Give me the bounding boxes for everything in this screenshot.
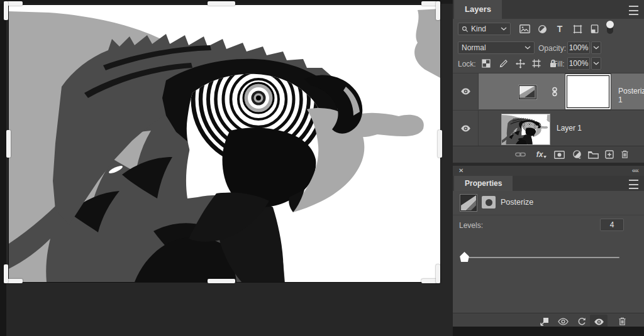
adjustment-layer-thumbnail[interactable] [519,85,536,99]
layer-mask-link-icon[interactable] [551,87,558,97]
view-previous-state-button[interactable] [556,316,570,327]
plus-square-icon [605,150,614,159]
layer-mask-thumbnail[interactable] [567,75,609,108]
folder-icon [588,151,599,159]
properties-body: Posterize Levels: 4 [453,191,644,327]
filter-shape-layers-button[interactable] [570,23,585,35]
new-adjustment-layer-button[interactable] [570,149,584,160]
chevron-down-icon [593,46,599,50]
transform-handle-top-middle[interactable] [208,1,235,6]
filter-type-layers-button[interactable]: T [552,23,567,35]
filter-adjustment-layers-button[interactable] [535,23,550,35]
checkerboard-icon [482,59,491,68]
layers-footer-bar: fx [453,146,644,163]
add-layer-mask-button[interactable] [552,149,566,160]
clip-to-layer-button[interactable] [537,316,551,327]
filter-pixel-layers-button[interactable] [517,23,532,35]
paintbrush-icon [499,59,508,68]
layer-name[interactable]: Layer 1 [557,124,582,133]
chevron-down-icon [593,62,599,65]
layer-row-layer-1[interactable]: Layer 1 [453,111,644,148]
transform-handle-left-middle[interactable] [6,130,11,158]
opacity-dropdown-button[interactable] [591,41,601,54]
mask-properties-icon[interactable] [482,196,496,209]
transform-handle-top-left-v[interactable] [4,1,8,20]
opacity-value-field[interactable]: 100% [567,41,590,54]
eye-icon [460,88,471,95]
divider [453,215,644,215]
reset-arrow-icon [577,317,586,326]
link-layers-button[interactable] [513,149,527,160]
levels-label: Levels: [459,221,483,230]
document-canvas[interactable] [9,5,440,282]
mask-icon [554,151,565,159]
transform-handle-bottom-left-v[interactable] [4,264,8,283]
delete-layer-button[interactable] [618,148,631,160]
trash-icon [618,317,627,326]
lock-label: Lock: [458,60,476,68]
window-background [453,327,644,336]
image-layer-thumbnail[interactable] [501,114,550,145]
slider-thumb[interactable] [459,252,470,262]
adjustment-circle-icon [572,150,582,160]
layer-visibility-toggle[interactable] [453,111,479,146]
layers-panel: Layers Kind [453,0,644,162]
lock-transparent-pixels-button[interactable] [479,57,493,70]
toggle-knob [606,21,614,28]
new-group-button[interactable] [586,149,600,160]
layers-panel-menu-icon[interactable] [629,6,639,13]
smart-object-icon [591,24,599,34]
layer-visibility-toggle[interactable] [453,73,479,109]
properties-panel: ✕ «« Properties Posterize Levels: 4 [453,166,644,327]
eye-icon [460,125,471,132]
reset-adjustment-button[interactable] [575,316,589,327]
new-layer-button[interactable] [602,149,616,160]
canvas-workarea [0,0,453,336]
blend-mode-dropdown[interactable]: Normal [458,41,535,54]
right-panel-column: Layers Kind [453,0,644,327]
transform-handle-bottom-right-v[interactable] [436,264,440,283]
properties-panel-menu-icon[interactable] [629,180,639,187]
adjustment-circle-icon [538,24,547,34]
layer-filter-kind-dropdown[interactable]: Kind [458,23,511,35]
transform-handle-right-middle[interactable] [438,130,442,158]
collapse-to-icons-button[interactable]: «« [632,166,638,174]
image-icon [519,24,530,33]
svg-text:T: T [557,24,563,33]
delete-adjustment-button[interactable] [615,315,629,327]
search-icon [462,26,469,33]
layer-name[interactable]: Posterize 1 [618,87,644,104]
chevron-down-icon [501,27,507,31]
transform-handle-bottom-middle[interactable] [208,279,235,283]
small-triangle-icon [543,156,547,158]
fx-icon: fx [536,150,543,159]
clip-to-layer-icon [540,317,549,327]
layers-tab-bar: Layers [453,0,644,19]
filter-toggle-switch[interactable] [606,21,614,35]
layer-style-button[interactable]: fx [535,149,548,160]
slider-track[interactable] [465,257,619,258]
trash-icon [620,149,630,159]
move-arrows-icon [516,59,525,68]
fill-value-field[interactable]: 100% [567,57,590,70]
properties-tab-bar: Properties [453,176,644,191]
lock-image-pixels-button[interactable] [497,57,511,70]
opacity-label: Opacity: [538,44,566,53]
layer-list: Posterize 1 Layer 1 [453,73,644,146]
close-panel-button[interactable]: ✕ [458,167,464,174]
type-T-icon: T [555,24,564,33]
filter-smart-object-layers-button[interactable] [587,23,602,35]
levels-value-field[interactable]: 4 [600,219,624,231]
filter-kind-label: Kind [471,24,486,33]
layer-row-posterize-1[interactable]: Posterize 1 [453,73,644,111]
lock-artboard-button[interactable] [530,57,543,70]
tab-properties[interactable]: Properties [454,176,513,191]
tab-layers[interactable]: Layers [454,0,502,19]
transform-handle-top-right-v[interactable] [436,1,440,20]
posterized-parrot-image [9,5,440,282]
blend-mode-value: Normal [462,43,486,52]
fill-dropdown-button[interactable] [591,57,601,70]
properties-tab-label: Properties [465,179,502,188]
lock-position-button[interactable] [513,57,527,70]
adjustment-title: Posterize [501,198,533,207]
